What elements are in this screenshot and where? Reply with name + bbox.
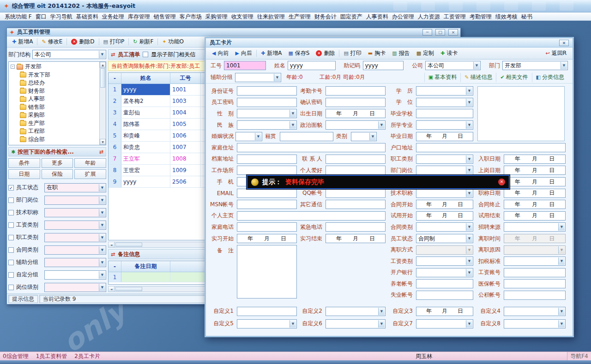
name-input[interactable]: yyyy [288, 61, 336, 70]
tree-item[interactable]: 生产部 [11, 119, 98, 128]
form-select[interactable]: ▼ [416, 319, 473, 328]
form-input[interactable] [237, 143, 386, 152]
menu-item[interactable]: 秘书 [519, 12, 534, 21]
form-input[interactable] [237, 222, 297, 232]
toolbar-button-save[interactable]: ▦保存S [285, 48, 313, 59]
tree-item[interactable]: 销售部 [11, 103, 98, 112]
checkbox[interactable] [8, 260, 14, 265]
toolbar-button-custom[interactable]: ▩定制 [413, 48, 437, 59]
task-item[interactable]: 2员工卡片 [74, 352, 100, 360]
form-input[interactable] [326, 200, 386, 209]
chevron-down-icon[interactable]: ▼ [99, 209, 105, 216]
chevron-down-icon[interactable]: ▼ [99, 284, 105, 291]
menu-item[interactable]: 往来款管理 [255, 12, 287, 21]
show-sub-dept-checkbox[interactable] [143, 52, 148, 57]
menu-item[interactable]: 库存管理 [126, 12, 152, 21]
menu-item[interactable]: 销售管理 [152, 12, 178, 21]
form-date-field[interactable]: 年月日 [416, 307, 473, 316]
toolbar-button-next[interactable]: ▶向后 [232, 48, 255, 59]
tree-item[interactable]: 人事部 [11, 95, 98, 103]
chevron-down-icon[interactable]: ▼ [99, 221, 105, 229]
checkbox[interactable] [8, 272, 14, 278]
form-input[interactable] [504, 268, 566, 277]
menu-item[interactable]: 绩效考核 [494, 12, 519, 21]
form-date-field[interactable]: 年月日 [504, 166, 566, 175]
form-input[interactable] [326, 166, 386, 175]
checkbox[interactable] [8, 210, 14, 215]
menu-item[interactable]: 采购管理 [204, 12, 229, 21]
toolbar-button-print[interactable]: ▤打印 [340, 48, 364, 59]
form-select[interactable]: 合同制▼ [416, 234, 473, 243]
chevron-down-icon[interactable]: ▼ [99, 51, 105, 58]
menu-item[interactable]: 生产管理 [287, 12, 313, 21]
remarks-textarea[interactable] [237, 245, 297, 298]
card-window-titlebar[interactable]: 员工卡片 × [206, 38, 573, 48]
toolbar-button-add[interactable]: ✚新增A [258, 48, 285, 59]
chevron-down-icon[interactable]: ▼ [99, 271, 105, 279]
toolbar-button-prev[interactable]: ◀向前 [209, 48, 232, 59]
form-input[interactable] [504, 291, 566, 300]
form-input[interactable] [237, 86, 297, 95]
filter-combo[interactable]: ▼ [44, 221, 106, 230]
form-input[interactable] [326, 86, 386, 95]
menu-item[interactable]: 固定资产 [338, 12, 364, 21]
tree-item[interactable]: 综合部 [11, 136, 98, 144]
form-date-field[interactable]: 年月日 [504, 200, 566, 209]
minimize-icon[interactable]: ─ [422, 29, 432, 36]
toolbar-button-print[interactable]: ▤打印P [100, 37, 128, 47]
filter-combo[interactable]: ▼ [44, 233, 106, 242]
form-input[interactable] [280, 132, 333, 141]
menu-item[interactable]: 收支管理 [229, 12, 255, 21]
scroll-left-arrow[interactable]: ◄ [109, 242, 115, 247]
menu-item[interactable]: 基础资料 [74, 12, 100, 21]
chevron-down-icon[interactable]: ▼ [473, 62, 480, 69]
tab-category[interactable]: ◧分类信息 [532, 73, 568, 82]
maximize-icon[interactable]: □ [435, 29, 445, 36]
filter-combo[interactable]: ▼ [44, 258, 106, 267]
form-select[interactable]: ▼ [416, 120, 473, 130]
scroll-up-arrow[interactable]: ▲ [100, 62, 106, 68]
checkbox[interactable] [8, 197, 14, 203]
filter-combo[interactable]: ▼ [44, 196, 106, 205]
menu-item[interactable]: 窗口 [34, 12, 48, 21]
form-select[interactable]: ▼ [416, 86, 473, 95]
company-select[interactable]: 本公司 ▼ [32, 50, 106, 59]
tree-item[interactable]: 财务部 [11, 87, 98, 95]
column-header[interactable]: 姓名 [121, 73, 170, 84]
filter-button[interactable]: 保险 [42, 169, 73, 179]
form-select[interactable]: ▼ [237, 120, 297, 130]
form-select[interactable]: ▼ [504, 222, 566, 232]
form-date-field[interactable]: 年月日 [504, 155, 566, 164]
scroll-thumb[interactable] [115, 287, 142, 291]
form-date-field[interactable]: 年月日 [416, 200, 473, 209]
form-date-field[interactable]: 年月日 [237, 234, 297, 243]
form-select[interactable]: ▼ [326, 307, 386, 316]
nav-button[interactable]: 导航F4 [567, 352, 591, 360]
filter-combo[interactable]: ▼ [44, 245, 106, 255]
form-input[interactable] [237, 189, 297, 198]
form-input[interactable] [416, 143, 566, 152]
form-select[interactable]: ▼ [326, 319, 386, 328]
form-select[interactable]: ▼ [351, 132, 377, 141]
form-input[interactable] [237, 98, 297, 107]
column-header[interactable]: 工号 [170, 73, 201, 84]
toolbar-button-back[interactable]: ↩返回R [542, 48, 570, 59]
form-date-field[interactable]: 年月日 [416, 211, 473, 221]
form-input[interactable] [504, 279, 566, 288]
form-input[interactable] [237, 155, 297, 164]
filter-combo[interactable]: 在职▼ [44, 183, 106, 192]
form-date-field[interactable]: 年月日 [326, 234, 386, 243]
filter-combo[interactable]: ▼ [44, 270, 106, 280]
aux-group-select[interactable]: ▼ [235, 73, 281, 82]
filter-button[interactable]: 年龄 [74, 158, 106, 168]
dept-select[interactable]: 开发部 ▼ [502, 61, 568, 70]
tab-desc[interactable]: ✎描述信息 [460, 73, 496, 82]
app-titlebar[interactable]: 综合管理 oit 20141202 - 本地服务-easyoit [0, 0, 591, 12]
chevron-down-icon[interactable]: ▼ [274, 74, 280, 81]
form-date-field[interactable]: 年月日 [504, 211, 566, 221]
form-select[interactable]: ▼ [416, 222, 473, 232]
filter-combo[interactable]: ▼ [44, 283, 106, 292]
form-select[interactable]: ▼ [416, 155, 473, 164]
form-select[interactable]: ▼ [235, 132, 262, 141]
swap-arrows-icon[interactable]: ⇄ [99, 149, 103, 155]
